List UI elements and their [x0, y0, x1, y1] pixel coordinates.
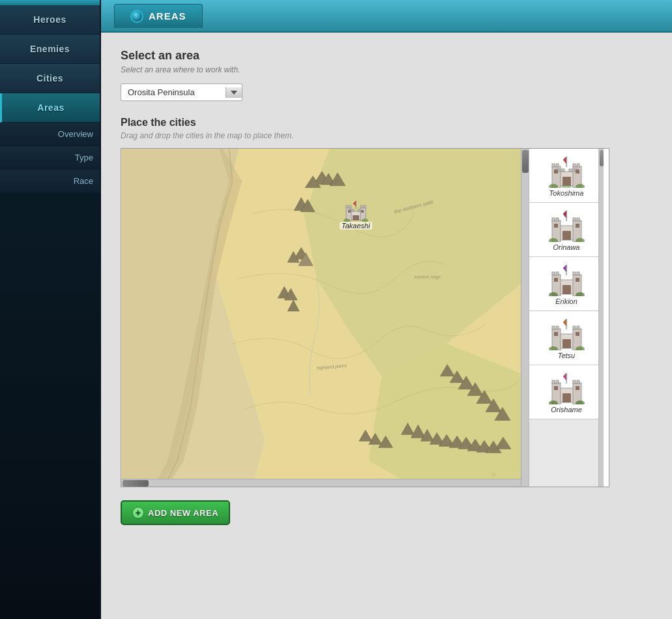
sidebar-item-heroes[interactable]: Heroes	[0, 5, 100, 35]
add-new-area-button[interactable]: + ADD NEW AREA	[121, 500, 230, 525]
takaeshi-city-icon	[343, 200, 368, 222]
svg-rect-119	[552, 380, 555, 384]
sidebar-sub-race[interactable]: Race	[0, 170, 100, 193]
svg-rect-80	[577, 218, 579, 221]
svg-rect-108	[577, 326, 579, 329]
list-item[interactable]: Tetsu	[529, 311, 604, 365]
svg-rect-40	[360, 207, 366, 220]
tokoshima-label: Tokoshima	[549, 189, 584, 197]
sidebar-sub-type[interactable]: Type	[0, 146, 100, 170]
svg-rect-91	[552, 272, 555, 275]
takaeshi-label: Takaeshi	[340, 222, 372, 230]
svg-rect-107	[573, 326, 576, 329]
area-dropdown[interactable]: Orosita Peninsula	[121, 83, 242, 101]
place-cities-section: Place the cities Drag and drop the citie…	[121, 117, 652, 525]
scrollbar-thumb-vertical[interactable]	[522, 150, 529, 173]
svg-rect-48	[353, 215, 359, 220]
svg-rect-83	[576, 224, 579, 228]
svg-rect-110	[554, 332, 558, 336]
sidebar-bottom	[0, 193, 100, 619]
map-vertical-scrollbar[interactable]	[521, 149, 529, 487]
orishame-city-icon	[549, 372, 585, 404]
svg-rect-122	[577, 380, 579, 384]
place-cities-subtitle: Drag and drop the cities in the map to p…	[121, 131, 652, 140]
cities-panel-scrollbar-thumb[interactable]	[600, 150, 604, 166]
sidebar-item-areas[interactable]: Areas	[0, 93, 100, 123]
select-area-title: Select an area	[121, 49, 652, 63]
cities-panel: Tokoshima	[529, 149, 604, 487]
scrollbar-thumb-horizontal[interactable]	[123, 480, 149, 487]
svg-rect-93	[573, 272, 576, 275]
cities-panel-scrollbar[interactable]	[598, 149, 604, 487]
svg-marker-69	[563, 157, 566, 164]
svg-rect-94	[577, 272, 579, 275]
sidebar: Heroes Enemies Cities Areas Overview Typ…	[0, 0, 101, 619]
svg-rect-59	[556, 164, 559, 167]
svg-rect-77	[552, 218, 555, 221]
top-bar: AREAS	[101, 0, 672, 33]
add-icon: +	[132, 507, 144, 519]
svg-rect-49	[348, 210, 351, 213]
svg-rect-58	[552, 164, 555, 167]
erikion-city-icon	[549, 264, 585, 296]
erikion-label: Erikion	[555, 297, 577, 305]
tetsu-city-icon	[549, 318, 585, 350]
svg-rect-97	[576, 278, 579, 282]
svg-rect-124	[554, 386, 558, 390]
svg-rect-44	[364, 205, 366, 208]
svg-rect-67	[554, 170, 558, 174]
map-container: the northern seas highland plains easter…	[121, 148, 609, 487]
svg-rect-41	[346, 205, 348, 208]
svg-marker-84	[563, 211, 566, 218]
content-area: Select an area Select an area where to w…	[101, 33, 672, 619]
svg-rect-63	[561, 169, 564, 172]
svg-marker-112	[563, 319, 566, 326]
orinawa-label: Orinawa	[553, 243, 580, 251]
svg-rect-92	[556, 272, 559, 275]
svg-rect-111	[576, 332, 579, 336]
main-area: AREAS Select an area Select an area wher…	[101, 0, 672, 619]
area-dropdown-value: Orosita Peninsula	[121, 84, 226, 100]
svg-rect-121	[573, 380, 576, 384]
select-area-subtitle: Select an area where to work with.	[121, 65, 652, 74]
tokoshima-city-icon	[549, 155, 585, 188]
svg-rect-123	[562, 393, 571, 402]
sidebar-item-cities[interactable]: Cities	[0, 64, 100, 93]
svg-rect-96	[554, 278, 558, 282]
orinawa-city-icon	[549, 209, 585, 242]
list-item[interactable]: Erikion	[529, 257, 604, 311]
svg-rect-61	[577, 164, 579, 167]
list-item[interactable]: Orinawa	[529, 203, 604, 257]
svg-rect-109	[562, 339, 571, 348]
svg-rect-81	[562, 231, 571, 240]
areas-tab[interactable]: AREAS	[114, 4, 203, 28]
svg-rect-68	[576, 170, 579, 174]
globe-icon	[130, 10, 143, 23]
sidebar-top-bar	[0, 0, 100, 5]
map-area[interactable]: the northern seas highland plains easter…	[121, 149, 529, 487]
place-cities-title: Place the cities	[121, 117, 652, 128]
svg-rect-106	[556, 326, 559, 329]
svg-rect-46	[352, 209, 354, 211]
sidebar-sub-overview[interactable]: Overview	[0, 123, 100, 146]
svg-rect-120	[556, 380, 559, 384]
svg-rect-60	[573, 164, 576, 167]
svg-rect-66	[562, 177, 571, 186]
svg-rect-125	[576, 386, 579, 390]
svg-marker-51	[353, 201, 356, 206]
map-horizontal-scrollbar[interactable]	[121, 479, 521, 487]
select-area-section: Select an area Select an area where to w…	[121, 49, 652, 101]
list-item[interactable]: Tokoshima	[529, 149, 604, 203]
tetsu-label: Tetsu	[558, 352, 576, 359]
placed-city-takaeshi[interactable]: Takaeshi	[340, 200, 372, 230]
map-svg: the northern seas highland plains easter…	[121, 149, 529, 487]
svg-rect-50	[361, 210, 364, 213]
svg-rect-47	[358, 209, 360, 211]
sidebar-item-enemies[interactable]: Enemies	[0, 35, 100, 64]
area-dropdown-arrow[interactable]	[226, 87, 242, 98]
list-item[interactable]: Orishame	[529, 365, 604, 419]
svg-rect-79	[573, 218, 576, 221]
svg-marker-98	[563, 265, 566, 272]
orishame-label: Orishame	[551, 406, 582, 414]
chevron-down-icon	[231, 91, 237, 95]
